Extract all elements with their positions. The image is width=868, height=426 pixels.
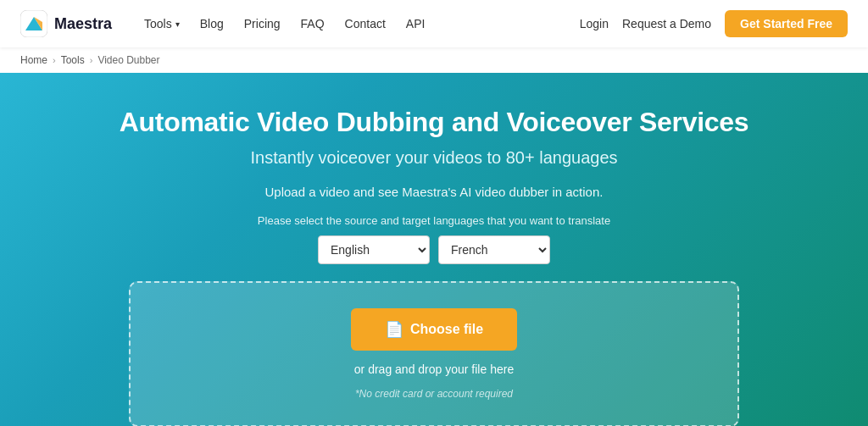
nav-item-faq[interactable]: FAQ [292, 12, 333, 36]
choose-file-button[interactable]: 📄 Choose file [351, 308, 517, 351]
hero-title: Automatic Video Dubbing and Voiceover Se… [120, 107, 749, 138]
file-icon: 📄 [385, 320, 403, 339]
nav-item-tools[interactable]: Tools ▾ [136, 12, 188, 36]
logo-text: Maestra [54, 15, 112, 33]
nav-links: Tools ▾ Blog Pricing FAQ Contact API [136, 12, 580, 36]
nav-item-pricing[interactable]: Pricing [236, 12, 289, 36]
get-started-button[interactable]: Get Started Free [725, 10, 848, 37]
breadcrumb-current: Video Dubber [97, 54, 159, 66]
language-select-row: Please select the source and target lang… [258, 214, 610, 264]
lang-select-label: Please select the source and target lang… [258, 214, 610, 227]
breadcrumb-tools[interactable]: Tools [61, 54, 85, 66]
hero-subtitle: Instantly voiceover your videos to 80+ l… [250, 148, 617, 168]
nav-item-api[interactable]: API [398, 12, 434, 36]
source-language-select[interactable]: English Spanish French German Italian Po… [318, 235, 430, 264]
breadcrumb-home[interactable]: Home [20, 54, 47, 66]
drag-drop-label: or drag and drop your file here [354, 362, 514, 376]
hero-section: Automatic Video Dubbing and Voiceover Se… [0, 73, 868, 426]
breadcrumb-sep-2: › [90, 55, 93, 65]
nav-item-contact[interactable]: Contact [337, 12, 394, 36]
no-credit-card-label: *No credit card or account required [355, 388, 513, 400]
breadcrumb-sep-1: › [53, 55, 56, 65]
logo[interactable]: Maestra [20, 10, 112, 37]
lang-selects: English Spanish French German Italian Po… [318, 235, 550, 264]
breadcrumb: Home › Tools › Video Dubber [0, 47, 868, 73]
nav-item-blog[interactable]: Blog [192, 12, 232, 36]
file-drop-zone[interactable]: 📄 Choose file or drag and drop your file… [129, 281, 739, 426]
target-language-select[interactable]: French Spanish English German Italian Po… [438, 235, 550, 264]
login-link[interactable]: Login [580, 17, 609, 30]
request-demo-link[interactable]: Request a Demo [622, 17, 711, 30]
navbar: Maestra Tools ▾ Blog Pricing FAQ Contact… [0, 0, 868, 47]
chevron-down-icon: ▾ [175, 19, 180, 29]
hero-description: Upload a video and see Maestra's AI vide… [265, 185, 604, 199]
nav-right: Login Request a Demo Get Started Free [580, 10, 848, 37]
logo-icon [20, 10, 47, 37]
